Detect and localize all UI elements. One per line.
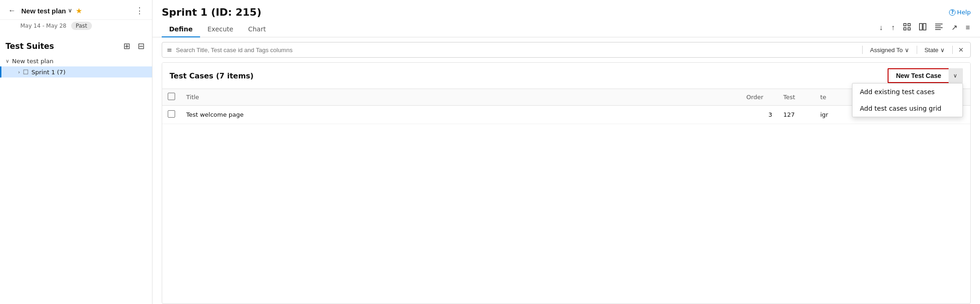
tree-suite-item[interactable]: › ☐ Sprint 1 (7) xyxy=(0,66,152,77)
svg-rect-5 xyxy=(923,24,926,30)
remove-suite-button[interactable]: ⊟ xyxy=(136,40,146,52)
split-view-button[interactable] xyxy=(918,22,927,33)
search-input[interactable] xyxy=(176,47,858,54)
favorite-star-icon[interactable]: ★ xyxy=(76,6,82,15)
row-test-cell: 127 xyxy=(778,106,815,124)
plan-tree-label: New test plan xyxy=(12,58,54,65)
sidebar: ← New test plan ∨ ★ ⋮ May 14 - May 28 Pa… xyxy=(0,0,152,304)
plan-name-label: New test plan xyxy=(21,7,66,15)
state-chevron-icon: ∨ xyxy=(940,47,945,54)
more-options-button[interactable]: ⋮ xyxy=(133,5,146,17)
tab-define[interactable]: Define xyxy=(162,22,200,37)
assigned-to-button[interactable]: Assigned To ∨ xyxy=(866,46,913,54)
col-checkbox xyxy=(162,89,181,106)
search-bar: ≡ Assigned To ∨ State ∨ ✕ xyxy=(162,42,971,58)
main-content: Sprint 1 (ID: 215) ? Help Define Execute… xyxy=(152,0,980,304)
toolbar-icons: ↓ ↑ xyxy=(878,22,971,37)
back-button[interactable]: ← xyxy=(6,6,18,16)
past-badge: Past xyxy=(71,22,92,30)
separator3 xyxy=(952,46,953,54)
add-test-cases-grid-item[interactable]: Add test cases using grid xyxy=(852,100,962,117)
main-header: Sprint 1 (ID: 215) ? Help xyxy=(152,0,980,18)
svg-rect-4 xyxy=(919,24,922,30)
new-test-case-chevron-button[interactable]: ∨ xyxy=(949,68,963,83)
svg-rect-1 xyxy=(908,24,910,26)
add-existing-test-cases-item[interactable]: Add existing test cases xyxy=(852,83,962,100)
column-view-button[interactable] xyxy=(934,22,944,33)
suite-tree-label: Sprint 1 (7) xyxy=(31,69,66,76)
col-test-header: Test xyxy=(778,89,815,106)
date-range-label: May 14 - May 28 xyxy=(20,23,67,29)
help-label: Help xyxy=(957,9,971,16)
tree-plan-item[interactable]: ∨ New test plan xyxy=(0,56,152,66)
sidebar-header: ← New test plan ∨ ★ ⋮ xyxy=(0,0,152,20)
row-order-cell: 3 xyxy=(741,106,778,124)
test-cases-title: Test Cases (7 items) xyxy=(170,72,888,80)
help-circle-icon: ? xyxy=(949,9,956,16)
search-close-button[interactable]: ✕ xyxy=(956,45,966,54)
state-label: State xyxy=(925,47,938,54)
test-cases-table: Title Order Test te Test welcome page 3 … xyxy=(162,89,970,124)
plan-name-button[interactable]: New test plan ∨ xyxy=(21,7,72,15)
suite-expand-icon: › xyxy=(18,69,20,75)
separator xyxy=(862,46,863,54)
state-button[interactable]: State ∨ xyxy=(921,46,949,54)
table-row: Test welcome page 3 127 igr xyxy=(162,106,970,124)
add-suite-button[interactable]: ⊞ xyxy=(122,40,132,52)
col-order-header: Order xyxy=(741,89,778,106)
tabs-bar: Define Execute Chart ↓ ↑ xyxy=(152,18,980,37)
assigned-to-label: Assigned To xyxy=(870,47,903,54)
plan-expand-icon: ∨ xyxy=(6,58,9,64)
download-icon-button[interactable]: ↓ xyxy=(878,23,884,33)
tab-execute[interactable]: Execute xyxy=(200,22,241,37)
separator2 xyxy=(917,46,917,54)
search-filter-icon: ≡ xyxy=(167,46,172,54)
assigned-to-chevron-icon: ∨ xyxy=(905,47,909,54)
tab-chart[interactable]: Chart xyxy=(241,22,273,37)
sprint-title: Sprint 1 (ID: 215) xyxy=(162,6,262,18)
plan-chevron-icon: ∨ xyxy=(68,7,72,14)
test-suites-title: Test Suites xyxy=(6,42,118,51)
test-cases-section: Test Cases (7 items) New Test Case ∨ Add… xyxy=(162,62,971,304)
upload-icon-button[interactable]: ↑ xyxy=(890,23,896,33)
svg-rect-2 xyxy=(904,28,906,30)
col-title-header: Title xyxy=(181,89,741,106)
svg-rect-3 xyxy=(908,28,910,30)
expand-icon-button[interactable]: ↗ xyxy=(950,22,958,33)
grid-view-button[interactable] xyxy=(902,22,912,33)
select-all-checkbox[interactable] xyxy=(168,93,175,100)
new-test-case-button[interactable]: New Test Case xyxy=(888,68,949,83)
row-checkbox-cell xyxy=(162,106,181,124)
help-link[interactable]: ? Help xyxy=(949,9,971,16)
date-row: May 14 - May 28 Past xyxy=(0,20,152,35)
new-test-case-group: New Test Case ∨ Add existing test cases … xyxy=(888,68,963,83)
svg-rect-0 xyxy=(904,24,906,26)
suite-folder-icon: ☐ xyxy=(23,68,29,76)
test-suites-header: Test Suites ⊞ ⊟ xyxy=(0,35,152,56)
filter-icon-button[interactable]: ≡ xyxy=(965,23,971,33)
row-checkbox[interactable] xyxy=(168,110,175,118)
new-test-case-dropdown: Add existing test cases Add test cases u… xyxy=(852,83,963,117)
row-title-cell: Test welcome page xyxy=(181,106,741,124)
test-cases-header: Test Cases (7 items) New Test Case ∨ Add… xyxy=(162,63,970,89)
